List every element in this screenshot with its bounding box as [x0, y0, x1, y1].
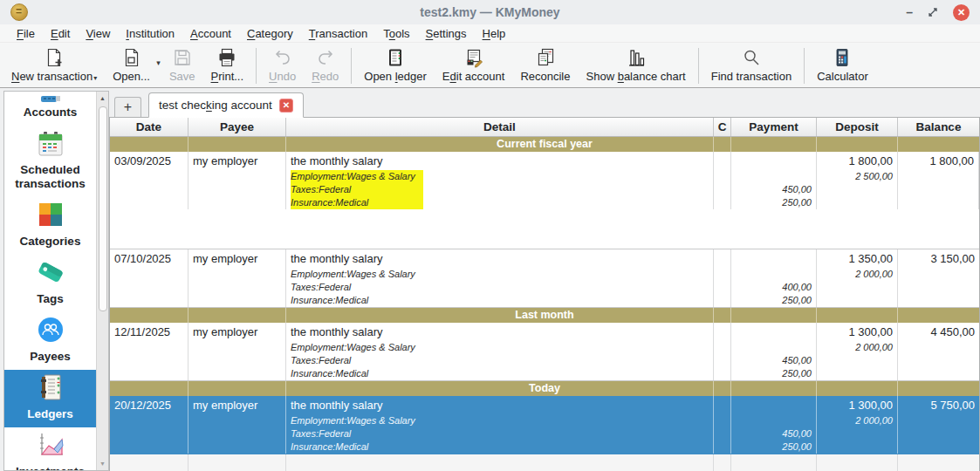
column-header-deposit[interactable]: Deposit	[817, 118, 898, 136]
payees-icon	[37, 316, 65, 347]
tx-deposit: 1 300,00	[821, 396, 893, 414]
redo-icon	[315, 47, 336, 68]
tx-payee: my employer	[193, 396, 281, 414]
scroll-up-icon[interactable]: ▲	[99, 92, 106, 105]
group-header: Current fiscal year	[110, 137, 979, 152]
tx-memo: the monthly salary	[291, 249, 709, 268]
menu-help[interactable]: Help	[475, 25, 514, 42]
column-header-payment[interactable]: Payment	[731, 118, 817, 136]
sidebar: Accounts Scheduled transactions Categori…	[3, 91, 109, 471]
toolbar: New transaction▾ ▾ Open... Save Print...	[0, 43, 980, 88]
calculator-icon	[832, 47, 853, 68]
reconcile-button[interactable]: Reconcile	[512, 44, 578, 87]
print-button[interactable]: Print...	[203, 44, 252, 87]
categories-icon	[37, 201, 65, 232]
sidebar-item-tags[interactable]: Tags	[4, 255, 96, 312]
undo-button: Undo	[261, 44, 304, 87]
menu-category[interactable]: Category	[239, 25, 301, 42]
column-header-date[interactable]: Date	[110, 118, 188, 136]
new-transaction-icon	[44, 47, 65, 68]
tx-deposit: 1 800,00	[821, 152, 893, 170]
close-button[interactable]: ✕	[953, 4, 970, 21]
tags-icon	[36, 258, 65, 290]
tx-split-deposit	[821, 294, 893, 307]
show-balance-chart-button[interactable]: Show balance chart	[579, 44, 694, 87]
column-header-balance[interactable]: Balance	[898, 118, 979, 136]
sidebar-item-label: Payees	[30, 350, 71, 364]
new-transaction-button[interactable]: New transaction▾	[3, 44, 105, 87]
sidebar-item-categories[interactable]: Categories	[4, 197, 96, 255]
tx-split-category: Insurance:Medical	[291, 196, 415, 209]
toolbar-separator	[351, 48, 352, 84]
scroll-down-icon[interactable]: ▼	[99, 457, 106, 470]
transaction-row[interactable]: 07/10/2025 my employer the monthly salar…	[110, 249, 979, 308]
tx-split-payment: 250,00	[736, 367, 812, 380]
tx-split-deposit: 2 000,00	[821, 414, 893, 427]
edit-account-button[interactable]: Edit account	[435, 44, 513, 87]
tx-split-category: Employment:Wages & Salary	[291, 414, 415, 427]
sidebar-item-payees[interactable]: Payees	[4, 312, 96, 370]
tx-split-deposit: 2 000,00	[821, 268, 893, 281]
open-ledger-button[interactable]: Open ledger	[356, 44, 435, 87]
sidebar-scrollbar[interactable]: ▲ ▼	[96, 92, 108, 470]
scrollbar-thumb[interactable]	[99, 106, 107, 311]
sidebar-item-label: Accounts	[24, 106, 78, 119]
tx-date: 03/09/2025	[114, 152, 183, 170]
tx-split-deposit	[821, 281, 893, 294]
find-transaction-button[interactable]: Find transaction	[703, 44, 800, 87]
save-button: Save	[161, 44, 203, 87]
tx-split-deposit	[821, 440, 893, 454]
column-header-payee[interactable]: Payee	[188, 118, 286, 136]
investments-icon	[37, 431, 65, 462]
tx-split-payment	[736, 268, 812, 281]
tx-split-category: Taxes:Federal	[291, 427, 415, 440]
menu-file[interactable]: File	[9, 25, 43, 42]
tx-cleared-flag	[714, 249, 731, 307]
tx-deposit: 1 350,00	[821, 249, 893, 268]
tx-split-deposit	[821, 427, 893, 440]
menu-institution[interactable]: Institution	[118, 25, 182, 42]
transaction-row[interactable]: 03/09/2025 my employer the monthly salar…	[110, 152, 979, 249]
sidebar-item-ledgers[interactable]: Ledgers	[4, 370, 96, 427]
tx-memo: the monthly salary	[291, 152, 709, 170]
dropdown-icon: ▾	[93, 74, 97, 82]
open-button[interactable]: ▾ Open...	[105, 44, 161, 87]
menubar: File Edit View Institution Account Categ…	[0, 24, 980, 43]
ledger-view: + test checking account ✕ Date Payee Det…	[109, 88, 980, 471]
tx-split-category: Taxes:Federal	[291, 183, 415, 196]
menu-settings[interactable]: Settings	[418, 25, 475, 42]
minimize-button[interactable]: –	[906, 8, 913, 17]
new-transaction-row[interactable]	[110, 454, 979, 471]
tx-split-category: Taxes:Federal	[291, 281, 415, 294]
tx-split-payment: 250,00	[736, 196, 812, 209]
sidebar-item-investments[interactable]: Investments	[4, 427, 96, 470]
calculator-button[interactable]: Calculator	[809, 44, 876, 87]
tx-split-deposit	[821, 354, 893, 367]
tabbar: + test checking account ✕	[109, 91, 980, 118]
menu-account[interactable]: Account	[182, 25, 239, 42]
tx-split-category: Insurance:Medical	[291, 440, 415, 454]
column-header-c[interactable]: C	[714, 118, 731, 136]
transaction-row-selected[interactable]: 20/12/2025 my employer the monthly salar…	[110, 396, 979, 454]
tx-cleared-flag	[714, 152, 731, 209]
column-header-detail[interactable]: Detail	[286, 118, 714, 136]
tab-test-checking-account[interactable]: test checking account ✕	[148, 92, 304, 118]
restore-button[interactable]	[927, 6, 939, 18]
open-icon	[121, 47, 142, 68]
menu-transaction[interactable]: Transaction	[301, 25, 375, 42]
tx-split-category: Employment:Wages & Salary	[291, 341, 415, 354]
transaction-row[interactable]: 12/11/2025 my employer the monthly salar…	[110, 323, 979, 381]
menu-edit[interactable]: Edit	[43, 25, 78, 42]
sidebar-item-label: Categories	[20, 235, 81, 249]
new-tab-button[interactable]: +	[114, 97, 141, 117]
tx-split-category: Insurance:Medical	[291, 294, 415, 307]
sidebar-item-accounts[interactable]: Accounts	[4, 92, 96, 126]
menu-tools[interactable]: Tools	[375, 25, 417, 42]
tab-close-button[interactable]: ✕	[279, 99, 293, 113]
tx-split-deposit	[821, 367, 893, 380]
menu-view[interactable]: View	[78, 25, 118, 42]
tx-split-category: Employment:Wages & Salary	[291, 170, 415, 183]
tx-split-payment	[736, 170, 812, 183]
sidebar-item-scheduled-transactions[interactable]: Scheduled transactions	[4, 126, 96, 198]
tx-split-category: Insurance:Medical	[291, 367, 415, 380]
